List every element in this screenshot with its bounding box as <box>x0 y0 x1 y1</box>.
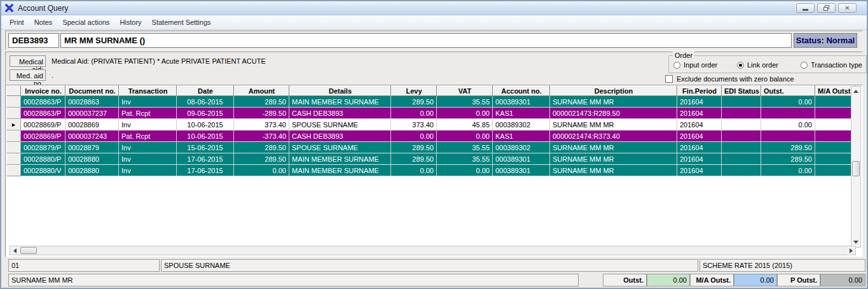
grid-header-selector[interactable] <box>6 85 21 96</box>
cell-fin-period-row3[interactable]: 201604 <box>677 119 722 130</box>
cell-document-no-row2[interactable]: 0000037237 <box>65 108 119 119</box>
cell-date-row7[interactable]: 17-06-2015 <box>177 165 234 176</box>
menu-item-notes[interactable]: Notes <box>30 17 57 28</box>
cell-invoice-no-row6[interactable]: 00028880/P <box>21 153 65 165</box>
cell-fin-period-row4[interactable]: 201604 <box>677 130 722 142</box>
cell-edi-status-row4[interactable] <box>722 130 761 142</box>
cell-edi-status-row5[interactable] <box>722 142 761 153</box>
cell-invoice-no-row5[interactable]: 00028879/P <box>21 142 65 153</box>
cell-edi-status-row1[interactable] <box>722 96 761 108</box>
grid-header-outst[interactable]: Outst. <box>761 85 815 96</box>
cell-amount-row3[interactable]: 373.40 <box>234 119 289 130</box>
cell-levy-row7[interactable]: 0.00 <box>391 165 437 176</box>
cell-amount-row1[interactable]: 289.50 <box>234 96 289 108</box>
scroll-right-button[interactable] <box>846 246 855 255</box>
cell-levy-row1[interactable]: 289.50 <box>391 96 437 108</box>
grid-header-levy[interactable]: Levy <box>391 85 437 96</box>
cell-vat-row2[interactable]: 0.00 <box>437 108 493 119</box>
cell-m-a-outst-row4[interactable] <box>815 130 855 142</box>
cell-document-no-row6[interactable]: 00028880 <box>65 153 119 165</box>
cell-m-a-outst-row2[interactable] <box>815 108 855 119</box>
grid-header-description[interactable]: Description <box>550 85 677 96</box>
cell-details-row7[interactable]: MAIN MEMBER SURNAME <box>289 165 391 176</box>
cell-fin-period-row2[interactable]: 201604 <box>677 108 722 119</box>
radio-option-link-order[interactable]: Link order <box>737 61 801 69</box>
grid-header-account-no[interactable]: Account no. <box>493 85 550 96</box>
cell-document-no-row5[interactable]: 00028879 <box>65 142 119 153</box>
cell-invoice-no-row2[interactable]: 00028863/P <box>21 108 65 119</box>
cell-document-no-row4[interactable]: 0000037243 <box>65 130 119 142</box>
menu-item-special-actions[interactable]: Special actions <box>58 17 114 28</box>
cell-outst-row5[interactable]: 289.50 <box>761 142 815 153</box>
cell-description-row1[interactable]: SURNAME MM MR <box>550 96 677 108</box>
cell-account-no-row7[interactable]: 000389301 <box>493 165 550 176</box>
cell-description-row4[interactable]: 0000021474:R373.40 <box>550 130 677 142</box>
cell-date-row6[interactable]: 17-06-2015 <box>177 153 234 165</box>
cell-document-no-row7[interactable]: 00028880 <box>65 165 119 176</box>
grid-header-fin-period[interactable]: Fin.Period <box>677 85 722 96</box>
menu-item-print[interactable]: Print <box>5 17 29 28</box>
row-selector[interactable] <box>6 153 21 165</box>
cell-details-row5[interactable]: SPOUSE SURNAME <box>289 142 391 153</box>
cell-document-no-row1[interactable]: 00028863 <box>65 96 119 108</box>
close-button[interactable]: ✕ <box>838 3 857 13</box>
cell-details-row4[interactable]: CASH DEB3893 <box>289 130 391 142</box>
cell-transaction-row4[interactable]: Pat. Rcpt <box>119 130 177 142</box>
scroll-left-button[interactable] <box>10 246 19 255</box>
cell-m-a-outst-row3[interactable] <box>815 119 855 130</box>
cell-description-row6[interactable]: SURNAME MM MR <box>550 153 677 165</box>
scroll-up-button[interactable] <box>851 87 860 96</box>
cell-vat-row6[interactable]: 35.55 <box>437 153 493 165</box>
cell-account-no-row4[interactable]: KAS1 <box>493 130 550 142</box>
radio-option-input-order[interactable]: Input order <box>673 61 737 69</box>
cell-m-a-outst-row5[interactable] <box>815 142 855 153</box>
cell-invoice-no-row1[interactable]: 00028863/P <box>21 96 65 108</box>
cell-amount-row7[interactable]: 0.00 <box>234 165 289 176</box>
minimize-button[interactable] <box>796 3 815 13</box>
cell-amount-row6[interactable]: 289.50 <box>234 153 289 165</box>
cell-description-row2[interactable]: 0000021473:R289.50 <box>550 108 677 119</box>
grid-header-date[interactable]: Date <box>177 85 234 96</box>
cell-edi-status-row2[interactable] <box>722 108 761 119</box>
restore-button[interactable] <box>817 3 836 13</box>
cell-transaction-row7[interactable]: Inv <box>119 165 177 176</box>
grid-header-edi-status[interactable]: EDI Status <box>722 85 761 96</box>
row-selector[interactable] <box>6 96 21 108</box>
cell-edi-status-row3[interactable] <box>722 119 761 130</box>
cell-outst-row7[interactable]: 0.00 <box>761 165 815 176</box>
cell-account-no-row3[interactable]: 000389302 <box>493 119 550 130</box>
cell-fin-period-row7[interactable]: 201604 <box>677 165 722 176</box>
cell-account-no-row5[interactable]: 000389302 <box>493 142 550 153</box>
cell-transaction-row3[interactable]: Inv <box>119 119 177 130</box>
cell-vat-row3[interactable]: 45.85 <box>437 119 493 130</box>
cell-date-row2[interactable]: 09-06-2015 <box>177 108 234 119</box>
cell-amount-row5[interactable]: 289.50 <box>234 142 289 153</box>
cell-description-row5[interactable]: SURNAME MM MR <box>550 142 677 153</box>
grid-header-invoice-no[interactable]: Invoice no. <box>21 85 65 96</box>
cell-transaction-row5[interactable]: Inv <box>119 142 177 153</box>
cell-details-row3[interactable]: SPOUSE SURNAME <box>289 119 391 130</box>
cell-m-a-outst-row6[interactable] <box>815 153 855 165</box>
cell-fin-period-row5[interactable]: 201604 <box>677 142 722 153</box>
grid-header-amount[interactable]: Amount <box>234 85 289 96</box>
cell-invoice-no-row3[interactable]: 00028869/P <box>21 119 65 130</box>
cell-vat-row7[interactable]: 0.00 <box>437 165 493 176</box>
menu-item-history[interactable]: History <box>115 17 146 28</box>
cell-m-a-outst-row1[interactable] <box>815 96 855 108</box>
cell-details-row1[interactable]: MAIN MEMBER SURNAME <box>289 96 391 108</box>
cell-vat-row4[interactable]: 0.00 <box>437 130 493 142</box>
cell-invoice-no-row7[interactable]: 00028880/V <box>21 165 65 176</box>
horizontal-scrollbar[interactable] <box>10 246 856 255</box>
cell-outst-row2[interactable] <box>761 108 815 119</box>
grid-header-document-no[interactable]: Document no. <box>65 85 119 96</box>
cell-levy-row6[interactable]: 289.50 <box>391 153 437 165</box>
cell-transaction-row1[interactable]: Inv <box>119 96 177 108</box>
grid-header-details[interactable]: Details <box>289 85 391 96</box>
cell-invoice-no-row4[interactable]: 00028869/P <box>21 130 65 142</box>
grid-header-m-a-outst[interactable]: M/A Outst. <box>815 85 855 96</box>
account-name-field[interactable]: MR MM SURNAME () <box>60 33 792 48</box>
row-selector[interactable] <box>6 130 21 142</box>
cell-vat-row1[interactable]: 35.55 <box>437 96 493 108</box>
vertical-scrollbar[interactable] <box>851 86 861 248</box>
grid-header-transaction[interactable]: Transaction <box>119 85 177 96</box>
